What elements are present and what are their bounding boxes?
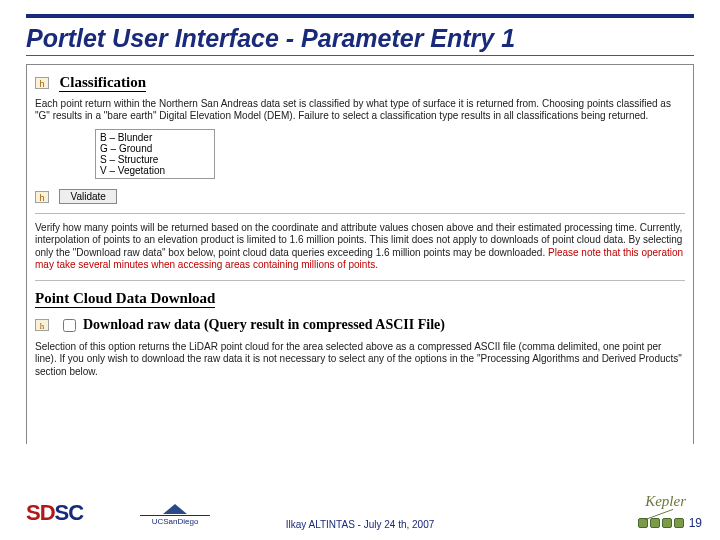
list-item[interactable]: S – Structure (100, 154, 210, 165)
classification-heading: Classification (59, 74, 146, 92)
classification-description: Each point return within the Northern Sa… (35, 98, 685, 123)
classification-header-row: h Classification (35, 73, 685, 92)
separator (35, 280, 685, 281)
validate-button[interactable]: Validate (59, 189, 116, 204)
footer-center-text: Ilkay ALTINTAS - July 24 th, 2007 (0, 519, 720, 530)
help-icon[interactable]: h (35, 77, 49, 89)
page-number: 19 (689, 516, 702, 530)
validate-row: h Validate (35, 187, 685, 205)
help-icon[interactable]: h (35, 319, 49, 331)
download-heading-row: Point Cloud Data Download (35, 289, 685, 308)
classification-listbox[interactable]: B – Blunder G – Ground S – Structure V –… (95, 129, 215, 179)
download-heading: Point Cloud Data Download (35, 290, 215, 308)
slide-title: Portlet User Interface - Parameter Entry… (26, 24, 694, 53)
separator (35, 213, 685, 214)
top-rule (26, 14, 694, 18)
download-checkbox-label: Download raw data (Query result in compr… (83, 316, 445, 331)
help-icon[interactable]: h (35, 191, 49, 203)
list-item[interactable]: B – Blunder (100, 132, 210, 143)
validate-description: Verify how many points will be returned … (35, 222, 685, 272)
title-underline (26, 55, 694, 56)
kepler-logo-text: Kepler (645, 493, 686, 510)
download-option-row: h Download raw data (Query result in com… (35, 316, 685, 335)
download-raw-checkbox[interactable] (63, 319, 76, 332)
download-description: Selection of this option returns the LiD… (35, 341, 685, 379)
footer: SDSC UCSanDiego Kepler Ilkay ALTINTAS - … (0, 480, 720, 540)
list-item[interactable]: V – Vegetation (100, 165, 210, 176)
trident-icon (163, 504, 187, 514)
list-item[interactable]: G – Ground (100, 143, 210, 154)
portlet-screenshot: h Classification Each point return withi… (26, 64, 694, 444)
